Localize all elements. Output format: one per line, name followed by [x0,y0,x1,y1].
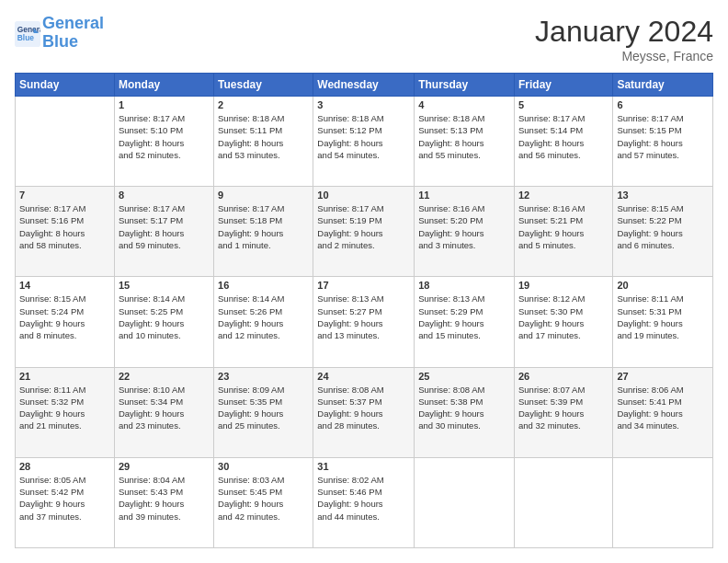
day-number: 9 [218,190,309,201]
day-info: Sunrise: 8:14 AMSunset: 5:26 PMDaylight:… [218,293,309,341]
calendar-cell: 14Sunrise: 8:15 AMSunset: 5:24 PMDayligh… [16,277,115,367]
day-number: 2 [218,99,309,110]
calendar-week-row: 7Sunrise: 8:17 AMSunset: 5:16 PMDaylight… [16,187,713,277]
logo-text: GeneralBlue [42,15,104,52]
day-info: Sunrise: 8:02 AMSunset: 5:46 PMDaylight:… [317,474,410,523]
day-number: 30 [218,461,309,472]
header: General Blue GeneralBlue January 2024 Me… [15,15,713,63]
calendar-cell: 19Sunrise: 8:12 AMSunset: 5:30 PMDayligh… [514,277,612,367]
day-info: Sunrise: 8:16 AMSunset: 5:20 PMDaylight:… [418,202,510,251]
calendar-cell: 22Sunrise: 8:10 AMSunset: 5:34 PMDayligh… [114,367,213,457]
day-info: Sunrise: 8:08 AMSunset: 5:37 PMDaylight:… [317,384,410,432]
day-number: 5 [518,99,609,110]
day-number: 18 [418,280,510,291]
day-info: Sunrise: 8:17 AMSunset: 5:19 PMDaylight:… [317,202,410,251]
day-info: Sunrise: 8:17 AMSunset: 5:14 PMDaylight:… [518,112,609,161]
calendar-cell [514,457,612,547]
calendar-cell: 29Sunrise: 8:04 AMSunset: 5:43 PMDayligh… [114,457,213,547]
day-info: Sunrise: 8:17 AMSunset: 5:17 PMDaylight:… [119,202,210,251]
month-title: January 2024 [535,15,713,49]
calendar-week-row: 14Sunrise: 8:15 AMSunset: 5:24 PMDayligh… [16,277,713,367]
day-number: 15 [119,280,210,291]
calendar-cell [415,457,515,547]
day-info: Sunrise: 8:14 AMSunset: 5:25 PMDaylight:… [119,293,210,341]
day-info: Sunrise: 8:12 AMSunset: 5:30 PMDaylight:… [518,293,609,341]
day-number: 21 [19,371,110,382]
calendar-week-row: 21Sunrise: 8:11 AMSunset: 5:32 PMDayligh… [16,367,713,457]
title-area: January 2024 Meysse, France [535,15,713,63]
day-number: 17 [317,280,410,291]
day-info: Sunrise: 8:18 AMSunset: 5:13 PMDaylight:… [418,112,510,161]
day-info: Sunrise: 8:07 AMSunset: 5:39 PMDaylight:… [518,384,609,432]
day-number: 22 [119,371,210,382]
day-info: Sunrise: 8:10 AMSunset: 5:34 PMDaylight:… [119,384,210,432]
day-info: Sunrise: 8:15 AMSunset: 5:24 PMDaylight:… [19,293,110,341]
day-number: 11 [418,190,510,201]
calendar-cell: 18Sunrise: 8:13 AMSunset: 5:29 PMDayligh… [415,277,515,367]
day-info: Sunrise: 8:17 AMSunset: 5:15 PMDaylight:… [617,112,709,161]
weekday-header: Saturday [613,74,713,97]
day-number: 29 [119,461,210,472]
day-number: 19 [518,280,609,291]
day-number: 10 [317,190,410,201]
day-info: Sunrise: 8:04 AMSunset: 5:43 PMDaylight:… [119,474,210,523]
page: General Blue GeneralBlue January 2024 Me… [0,0,728,563]
svg-text:Blue: Blue [17,33,34,42]
day-info: Sunrise: 8:18 AMSunset: 5:11 PMDaylight:… [218,112,309,161]
calendar-cell: 8Sunrise: 8:17 AMSunset: 5:17 PMDaylight… [114,187,213,277]
day-number: 24 [317,371,410,382]
day-number: 6 [617,99,709,110]
calendar-week-row: 1Sunrise: 8:17 AMSunset: 5:10 PMDaylight… [16,97,713,187]
calendar-cell: 5Sunrise: 8:17 AMSunset: 5:14 PMDaylight… [514,97,612,187]
weekday-header: Thursday [415,74,515,97]
calendar-cell: 4Sunrise: 8:18 AMSunset: 5:13 PMDaylight… [415,97,515,187]
day-number: 14 [19,280,110,291]
calendar-cell: 7Sunrise: 8:17 AMSunset: 5:16 PMDaylight… [16,187,115,277]
calendar-cell: 21Sunrise: 8:11 AMSunset: 5:32 PMDayligh… [16,367,115,457]
day-info: Sunrise: 8:06 AMSunset: 5:41 PMDaylight:… [617,384,709,432]
calendar-cell [613,457,713,547]
calendar-cell: 16Sunrise: 8:14 AMSunset: 5:26 PMDayligh… [214,277,313,367]
day-number: 25 [418,371,510,382]
day-info: Sunrise: 8:09 AMSunset: 5:35 PMDaylight:… [218,384,309,432]
day-number: 20 [617,280,709,291]
calendar-cell: 24Sunrise: 8:08 AMSunset: 5:37 PMDayligh… [313,367,415,457]
calendar-cell: 10Sunrise: 8:17 AMSunset: 5:19 PMDayligh… [313,187,415,277]
day-info: Sunrise: 8:17 AMSunset: 5:16 PMDaylight:… [19,202,110,251]
logo: General Blue GeneralBlue [15,15,104,52]
day-number: 8 [119,190,210,201]
calendar-cell: 31Sunrise: 8:02 AMSunset: 5:46 PMDayligh… [313,457,415,547]
day-number: 3 [317,99,410,110]
day-number: 4 [418,99,510,110]
day-info: Sunrise: 8:03 AMSunset: 5:45 PMDaylight:… [218,474,309,523]
day-number: 13 [617,190,709,201]
calendar-cell: 3Sunrise: 8:18 AMSunset: 5:12 PMDaylight… [313,97,415,187]
day-number: 12 [518,190,609,201]
day-info: Sunrise: 8:16 AMSunset: 5:21 PMDaylight:… [518,202,609,251]
calendar-cell: 13Sunrise: 8:15 AMSunset: 5:22 PMDayligh… [613,187,713,277]
calendar-cell: 2Sunrise: 8:18 AMSunset: 5:11 PMDaylight… [214,97,313,187]
calendar-cell: 12Sunrise: 8:16 AMSunset: 5:21 PMDayligh… [514,187,612,277]
calendar-cell: 15Sunrise: 8:14 AMSunset: 5:25 PMDayligh… [114,277,213,367]
calendar-cell: 26Sunrise: 8:07 AMSunset: 5:39 PMDayligh… [514,367,612,457]
day-info: Sunrise: 8:18 AMSunset: 5:12 PMDaylight:… [317,112,410,161]
day-info: Sunrise: 8:17 AMSunset: 5:18 PMDaylight:… [218,202,309,251]
calendar-header-row: SundayMondayTuesdayWednesdayThursdayFrid… [16,74,713,97]
calendar-cell: 23Sunrise: 8:09 AMSunset: 5:35 PMDayligh… [214,367,313,457]
weekday-header: Sunday [16,74,115,97]
day-number: 27 [617,371,709,382]
calendar-cell: 20Sunrise: 8:11 AMSunset: 5:31 PMDayligh… [613,277,713,367]
calendar-cell: 27Sunrise: 8:06 AMSunset: 5:41 PMDayligh… [613,367,713,457]
calendar-cell: 1Sunrise: 8:17 AMSunset: 5:10 PMDaylight… [114,97,213,187]
weekday-header: Tuesday [214,74,313,97]
day-info: Sunrise: 8:13 AMSunset: 5:27 PMDaylight:… [317,293,410,341]
day-info: Sunrise: 8:05 AMSunset: 5:42 PMDaylight:… [19,474,110,523]
day-number: 28 [19,461,110,472]
calendar-cell: 6Sunrise: 8:17 AMSunset: 5:15 PMDaylight… [613,97,713,187]
calendar-cell [16,97,115,187]
day-info: Sunrise: 8:17 AMSunset: 5:10 PMDaylight:… [119,112,210,161]
logo-icon: General Blue [15,21,40,47]
day-number: 23 [218,371,309,382]
day-info: Sunrise: 8:08 AMSunset: 5:38 PMDaylight:… [418,384,510,432]
calendar-week-row: 28Sunrise: 8:05 AMSunset: 5:42 PMDayligh… [16,457,713,547]
